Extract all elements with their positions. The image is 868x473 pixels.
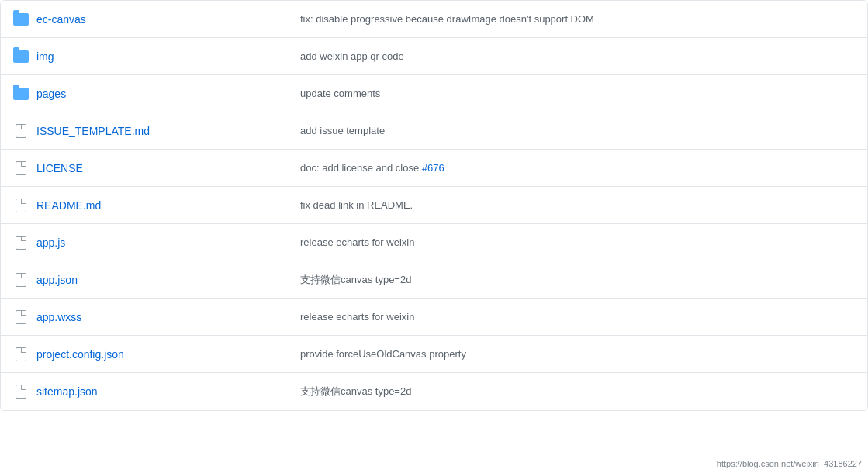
commit-message: 支持微信canvas type=2d [300,385,855,399]
table-row: pagesupdate comments [1,75,867,112]
commit-message: release echarts for weixin [300,311,855,323]
file-icon [13,309,29,325]
folder-icon [13,49,29,64]
file-name[interactable]: app.js [36,236,300,249]
file-name[interactable]: project.config.json [36,348,300,361]
file-icon [13,384,29,399]
commit-message: add issue template [300,125,855,136]
folder-icon [13,12,29,27]
file-list: ec-canvasfix: disable progressive becaus… [0,0,868,411]
watermark: https://blog.csdn.net/weixin_43186227 [717,459,862,468]
file-icon [13,161,29,176]
file-name[interactable]: ISSUE_TEMPLATE.md [36,125,300,137]
file-name[interactable]: sitemap.json [36,385,300,398]
folder-name[interactable]: pages [36,88,300,100]
commit-message: doc: add license and close #676 [300,162,855,174]
file-icon [13,198,29,213]
folder-name[interactable]: ec-canvas [36,13,300,26]
table-row: sitemap.json支持微信canvas type=2d [1,373,867,410]
table-row: LICENSEdoc: add license and close #676 [1,150,867,187]
table-row: app.jsrelease echarts for weixin [1,224,867,261]
file-icon [13,272,29,288]
commit-message: fix dead link in README. [300,199,855,211]
commit-message: add weixin app qr code [300,50,855,62]
file-name[interactable]: LICENSE [36,162,300,174]
table-row: imgadd weixin app qr code [1,38,867,75]
table-row: project.config.jsonprovide forceUseOldCa… [1,336,867,373]
commit-message: release echarts for weixin [300,236,855,248]
commit-message: update comments [300,88,855,99]
table-row: app.json支持微信canvas type=2d [1,261,867,299]
file-name[interactable]: README.md [36,199,300,212]
commit-message: 支持微信canvas type=2d [300,273,855,287]
table-row: app.wxssrelease echarts for weixin [1,299,867,336]
commit-message: fix: disable progressive because drawIma… [300,13,855,25]
file-icon [13,235,29,250]
file-name[interactable]: app.wxss [36,311,300,323]
folder-name[interactable]: img [36,50,300,63]
commit-message: provide forceUseOldCanvas property [300,348,855,360]
table-row: ISSUE_TEMPLATE.mdadd issue template [1,112,867,150]
file-name[interactable]: app.json [36,274,300,286]
file-icon [13,123,29,139]
folder-icon [13,86,29,102]
commit-link[interactable]: #676 [422,162,444,174]
table-row: README.mdfix dead link in README. [1,187,867,224]
table-row: ec-canvasfix: disable progressive becaus… [1,1,867,38]
file-icon [13,347,29,362]
